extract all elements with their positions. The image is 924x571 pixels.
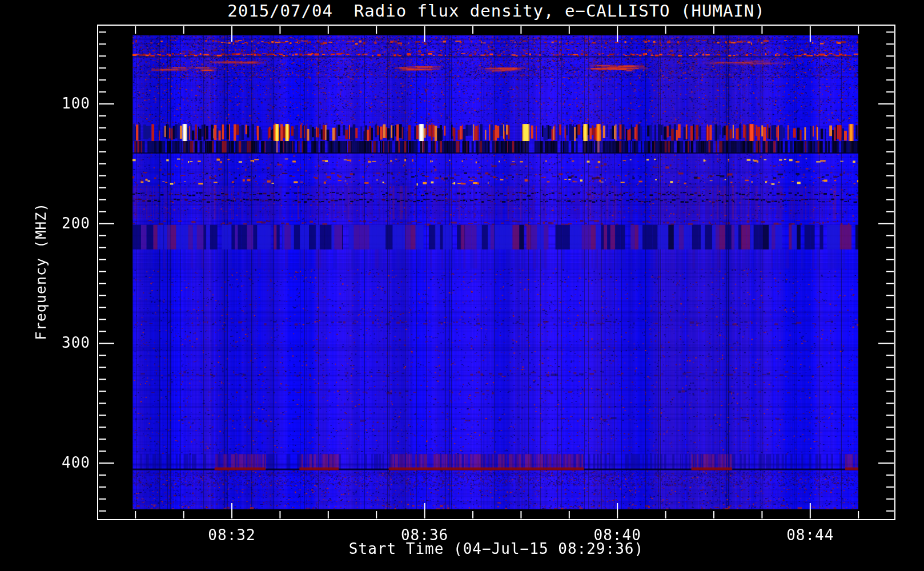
x-tick-label: 08:36	[376, 526, 473, 544]
x-tick-label: 08:40	[569, 526, 666, 544]
y-tick-label: 100	[0, 95, 90, 112]
spectrogram-page: 2015/07/04 Radio flux density, e−CALLIST…	[0, 0, 924, 571]
y-tick-label: 300	[0, 334, 90, 351]
x-tick-label: 08:32	[183, 526, 280, 544]
axis-ticks-frame	[0, 0, 924, 571]
x-tick-label: 08:44	[762, 526, 859, 544]
y-tick-label: 400	[0, 454, 90, 471]
y-tick-label: 200	[0, 215, 90, 232]
